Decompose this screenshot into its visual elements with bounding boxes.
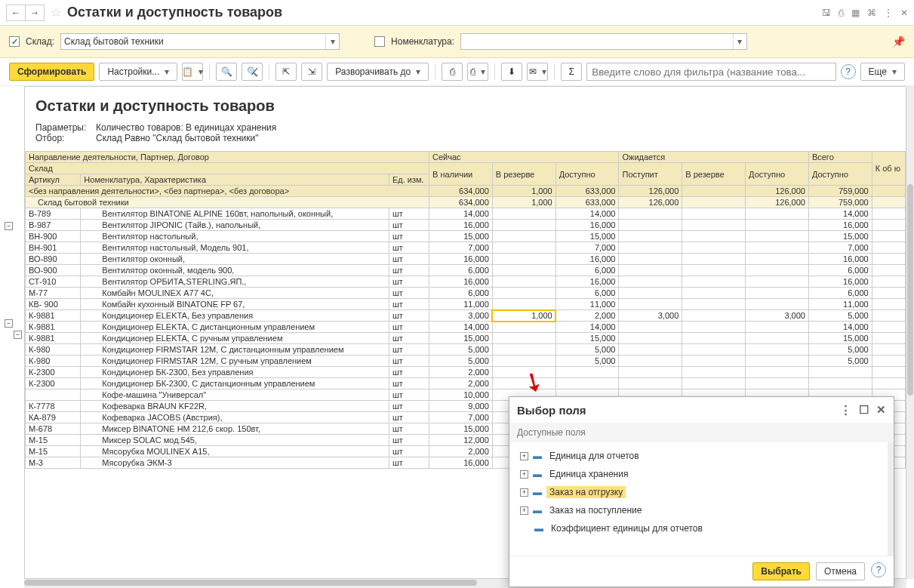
cancel-button[interactable]: Отмена [816,562,865,580]
table-cell[interactable] [682,344,746,356]
table-cell[interactable] [492,333,555,344]
table-cell[interactable] [746,208,809,220]
save-to-file-button[interactable]: ⬇ [501,63,522,81]
table-cell[interactable]: 126,000 [746,186,809,197]
table-row[interactable]: К-2300Кондиционер БК-2300, С дистанционн… [26,378,906,389]
pin-icon[interactable]: 📌 [892,35,905,48]
table-cell[interactable]: 12,000 [429,435,493,446]
table-cell[interactable] [746,276,809,288]
table-cell[interactable]: 5,000 [808,356,872,367]
table-cell[interactable]: 9,000 [429,401,493,412]
settings-button[interactable]: Настройки... [99,63,177,81]
more-button[interactable]: Еще [860,63,905,81]
table-cell[interactable]: 2,000 [429,446,493,457]
table-cell[interactable]: 16,000 [429,276,493,288]
table-cell[interactable]: 16,000 [429,220,493,231]
table-cell[interactable]: 14,000 [429,208,493,220]
table-cell[interactable] [492,322,555,333]
dialog-tree[interactable]: + ▬ Единица для отчетов + ▬ Единица хран… [509,442,894,556]
table-row[interactable]: К-9881Кондиционер ELEKTA, С дистанционны… [26,322,906,333]
table-cell[interactable]: 7,000 [808,242,872,254]
favorite-icon[interactable]: ☆ [51,5,61,20]
table-cell[interactable] [746,254,809,265]
table-cell[interactable] [619,378,682,389]
save-icon[interactable]: 🖫 [822,8,831,18]
table-cell[interactable] [492,356,555,367]
expand-icon[interactable]: + [520,470,528,479]
table-cell[interactable]: 5,000 [808,310,872,322]
collapse-group-1[interactable]: − [14,331,22,339]
table-cell[interactable]: 16,000 [555,254,619,265]
table-cell[interactable] [492,288,555,299]
collapse-level-0[interactable]: − [5,222,13,230]
table-cell[interactable] [492,299,555,310]
table-cell[interactable]: 3,000 [429,310,493,322]
collapse-group-0[interactable]: − [5,319,13,328]
table-cell[interactable]: 7,000 [555,242,619,254]
table-cell[interactable] [619,333,682,344]
table-cell[interactable] [682,265,746,276]
table-cell[interactable]: 6,000 [555,265,619,276]
table-cell[interactable]: 10,000 [429,389,493,401]
table-cell[interactable] [746,220,809,231]
table-cell[interactable] [492,220,555,231]
table-cell[interactable]: 14,000 [808,322,872,333]
table-cell[interactable] [619,322,682,333]
table-cell[interactable]: 3,000 [746,310,809,322]
chevron-down-icon[interactable]: ▾ [733,34,746,49]
table-cell[interactable] [492,231,555,242]
table-cell[interactable]: 6,000 [808,288,872,299]
table-cell[interactable] [682,208,746,220]
vertical-scrollbar[interactable] [906,86,914,579]
table-cell[interactable]: 759,000 [808,197,872,208]
dialog-help-icon[interactable]: ? [871,562,886,577]
table-cell[interactable] [492,344,555,356]
table-cell[interactable]: 126,000 [619,186,682,197]
table-cell[interactable]: 15,000 [555,231,619,242]
table-cell[interactable] [682,378,746,389]
table-cell[interactable] [619,242,682,254]
table-cell[interactable] [746,231,809,242]
print-button[interactable]: ⎙ [442,63,463,81]
find-clear-button[interactable]: 🔍̸ [242,63,263,81]
dialog-more-icon[interactable]: ⋮ [840,403,851,417]
table-cell[interactable]: 11,000 [808,299,872,310]
table-row[interactable]: ВО-890Вентилятор оконный,шт16,00016,0001… [26,254,906,265]
table-cell[interactable] [492,367,555,378]
table-cell[interactable]: 5,000 [429,344,493,356]
table-cell[interactable]: 15,000 [808,231,872,242]
table-cell[interactable]: 15,000 [555,333,619,344]
table-cell[interactable] [682,242,746,254]
nomen-checkbox[interactable] [374,36,385,47]
expand-icon[interactable]: + [520,452,528,460]
table-cell[interactable] [682,276,746,288]
table-row[interactable]: ВО-900Вентилятор оконный, модель 900,шт6… [26,265,906,276]
table-cell[interactable]: 14,000 [555,322,619,333]
table-cell[interactable]: 14,000 [808,208,872,220]
table-cell[interactable] [746,265,809,276]
table-cell[interactable]: 16,000 [429,457,493,469]
table-row[interactable]: К-980Кондиционер FIRMSTAR 12M, С дистанц… [26,344,906,356]
forward-button[interactable]: → [25,5,45,21]
tree-item[interactable]: ▬ Коэффициент единицы для отчетов [509,519,888,537]
table-row[interactable]: Склад бытовой техники634,0001,000633,000… [26,197,906,208]
table-cell[interactable] [746,344,809,356]
print-icon[interactable]: ⎙ [839,8,844,18]
table-row[interactable]: М-77Комбайн MOULINEX А77 4С,шт6,0006,000… [26,288,906,299]
table-cell[interactable] [619,231,682,242]
expand-icon[interactable]: + [520,506,528,515]
link-icon[interactable]: ⌘ [867,8,876,18]
table-cell[interactable] [682,220,746,231]
table-row[interactable]: К-9881Кондиционер ELEKTA, С ручным управ… [26,333,906,344]
table-cell[interactable] [682,197,746,208]
table-cell[interactable] [682,356,746,367]
table-cell[interactable] [682,333,746,344]
table-cell[interactable] [492,378,555,389]
table-cell[interactable] [492,254,555,265]
table-cell[interactable]: 6,000 [429,265,493,276]
sklad-combo[interactable]: Склад бытовой техники ▾ [60,33,340,50]
table-cell[interactable] [682,310,746,322]
table-cell[interactable]: 2,000 [429,367,493,378]
table-cell[interactable] [746,356,809,367]
table-cell[interactable]: 16,000 [429,254,493,265]
